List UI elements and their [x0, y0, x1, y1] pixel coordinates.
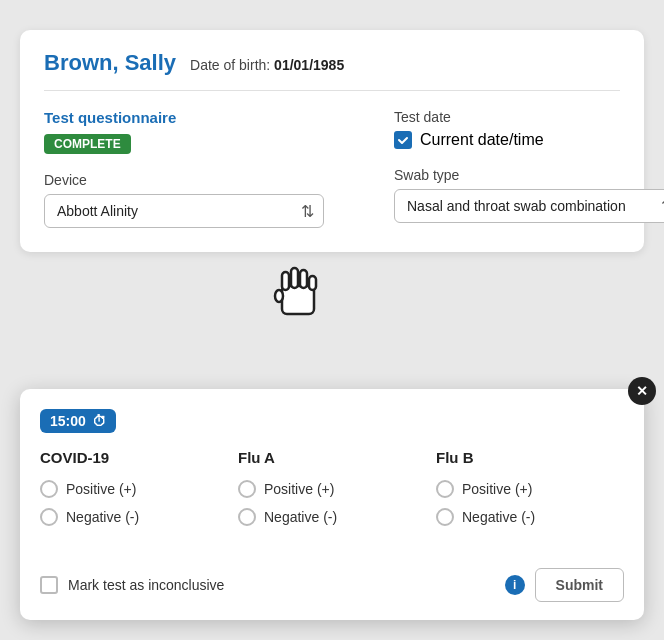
dob-value: 01/01/1985: [274, 57, 344, 73]
flu-a-positive-radio[interactable]: [238, 480, 256, 498]
covid-header: COVID-19: [40, 449, 228, 466]
test-date-label: Test date: [394, 109, 664, 125]
flu-a-header: Flu A: [238, 449, 426, 466]
svg-point-5: [275, 290, 283, 302]
complete-badge: COMPLETE: [44, 134, 131, 154]
form-left: Test questionnaire COMPLETE Device Abbot…: [44, 109, 354, 228]
inconclusive-label: Mark test as inconclusive: [68, 577, 495, 593]
device-label: Device: [44, 172, 354, 188]
clock-icon: ⏱: [92, 413, 106, 429]
results-popup: ✕ 15:00 ⏱ COVID-19 Positive (+) Negative…: [20, 389, 644, 620]
covid-negative-option[interactable]: Negative (-): [40, 508, 228, 526]
device-select[interactable]: Abbott Alinity Abbott ID Now Cepheid: [44, 194, 324, 228]
form-right: Test date Current date/time Swab type Na…: [394, 109, 664, 228]
swab-type-select-wrapper: Nasal and throat swab combination Nasal …: [394, 189, 664, 223]
patient-name: Brown, Sally: [44, 50, 176, 76]
covid-column: COVID-19 Positive (+) Negative (-): [40, 449, 228, 536]
flu-b-header: Flu B: [436, 449, 624, 466]
current-datetime-row: Current date/time: [394, 131, 664, 149]
info-icon[interactable]: i: [505, 575, 525, 595]
swab-type-label: Swab type: [394, 167, 664, 183]
svg-rect-4: [309, 276, 316, 290]
current-datetime-checkbox[interactable]: [394, 131, 412, 149]
results-grid: COVID-19 Positive (+) Negative (-) Flu A…: [40, 449, 624, 536]
flu-a-negative-radio[interactable]: [238, 508, 256, 526]
questionnaire-label: Test questionnaire: [44, 109, 354, 126]
covid-positive-option[interactable]: Positive (+): [40, 480, 228, 498]
flu-b-positive-radio[interactable]: [436, 480, 454, 498]
flu-b-negative-radio[interactable]: [436, 508, 454, 526]
time-value: 15:00: [50, 413, 86, 429]
swab-type-select[interactable]: Nasal and throat swab combination Nasal …: [394, 189, 664, 223]
device-select-wrapper: Abbott Alinity Abbott ID Now Cepheid ⇅: [44, 194, 324, 228]
form-section: Test questionnaire COMPLETE Device Abbot…: [44, 109, 620, 228]
cursor-hand-icon: [270, 258, 325, 323]
svg-rect-3: [300, 270, 307, 288]
flu-a-positive-option[interactable]: Positive (+): [238, 480, 426, 498]
popup-footer: Mark test as inconclusive i Submit: [40, 554, 624, 602]
flu-b-negative-option[interactable]: Negative (-): [436, 508, 624, 526]
submit-button[interactable]: Submit: [535, 568, 624, 602]
covid-negative-radio[interactable]: [40, 508, 58, 526]
close-button[interactable]: ✕: [628, 377, 656, 405]
flu-b-positive-option[interactable]: Positive (+): [436, 480, 624, 498]
dob-label: Date of birth: 01/01/1985: [190, 57, 344, 73]
flu-b-column: Flu B Positive (+) Negative (-): [436, 449, 624, 536]
inconclusive-checkbox[interactable]: [40, 576, 58, 594]
svg-rect-1: [282, 272, 289, 290]
flu-a-negative-option[interactable]: Negative (-): [238, 508, 426, 526]
current-datetime-label: Current date/time: [420, 131, 544, 149]
flu-a-column: Flu A Positive (+) Negative (-): [238, 449, 426, 536]
svg-rect-0: [282, 286, 314, 314]
time-badge: 15:00 ⏱: [40, 409, 116, 433]
svg-rect-2: [291, 268, 298, 288]
covid-positive-radio[interactable]: [40, 480, 58, 498]
main-card: Brown, Sally Date of birth: 01/01/1985 T…: [20, 30, 644, 252]
patient-header: Brown, Sally Date of birth: 01/01/1985: [44, 50, 620, 91]
